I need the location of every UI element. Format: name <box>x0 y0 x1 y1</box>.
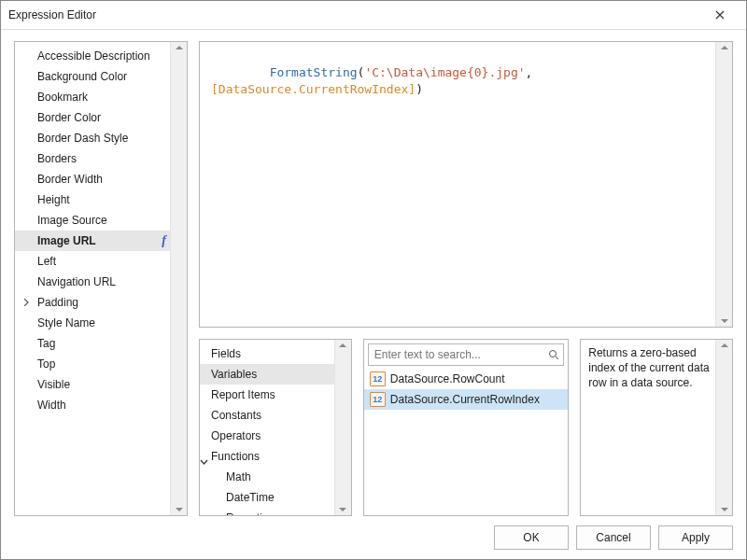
property-label: Background Color <box>37 70 127 83</box>
close-icon <box>715 10 725 20</box>
property-item[interactable]: Border Color <box>15 107 187 128</box>
property-label: Width <box>37 399 66 412</box>
category-item[interactable]: Operators <box>200 426 351 446</box>
property-label: Bookmark <box>37 91 88 104</box>
property-item[interactable]: Image Source <box>15 210 187 231</box>
property-item[interactable]: Visible <box>15 374 187 395</box>
scroll-up-icon <box>721 46 728 49</box>
property-label: Border Color <box>37 111 101 124</box>
property-label: Top <box>37 357 55 371</box>
scrollbar[interactable] <box>170 42 187 515</box>
expression-editor-textarea[interactable]: FormatString('C:\Data\image{0}.jpg', [Da… <box>199 41 733 328</box>
property-item[interactable]: Tag <box>15 333 187 354</box>
property-item[interactable]: Top <box>15 354 187 374</box>
description-panel: Returns a zero-based index of the curren… <box>580 339 733 516</box>
variable-item[interactable]: 12DataSource.RowCount <box>364 369 568 389</box>
search-box <box>368 343 564 366</box>
category-label: Report Items <box>211 388 275 401</box>
category-item[interactable]: DateTime <box>200 487 351 508</box>
property-item[interactable]: Width <box>15 395 187 415</box>
category-item[interactable]: Report Items <box>200 385 351 405</box>
variable-label: DataSource.RowCount <box>390 369 505 389</box>
category-item[interactable]: Functions <box>200 446 351 467</box>
property-label: Tag <box>37 337 55 350</box>
property-label: Padding <box>37 296 78 309</box>
category-label: Variables <box>211 368 257 381</box>
category-label: Functions <box>211 450 260 463</box>
property-label: Left <box>37 255 56 268</box>
property-item[interactable]: Background Color <box>15 66 187 87</box>
property-label: Border Width <box>37 173 103 186</box>
search-input[interactable] <box>369 345 544 364</box>
property-item[interactable]: Navigation URL <box>15 272 187 292</box>
scroll-down-icon <box>721 508 728 511</box>
scroll-down-icon <box>339 508 346 511</box>
category-label: Operators <box>211 429 261 442</box>
property-item[interactable]: Style Name <box>15 313 187 333</box>
category-label: Math <box>226 470 251 483</box>
items-list[interactable]: 12DataSource.RowCount12DataSource.Curren… <box>364 369 568 515</box>
scroll-down-icon <box>721 319 728 323</box>
category-label: Constants <box>211 409 261 422</box>
property-item[interactable]: Border Width <box>15 169 187 189</box>
property-item[interactable]: Bookmark <box>15 87 187 107</box>
expression-string-token: 'C:\Data\image{0}.jpg' <box>364 65 525 79</box>
categories-panel: FieldsVariablesReport ItemsConstantsOper… <box>199 339 352 516</box>
description-text: Returns a zero-based index of the curren… <box>581 340 732 396</box>
property-label: Navigation URL <box>37 275 116 288</box>
category-label: Fields <box>211 347 241 360</box>
category-label: Reporting <box>226 511 275 516</box>
scroll-down-icon <box>176 508 183 511</box>
category-item[interactable]: Constants <box>200 405 351 426</box>
category-item[interactable]: Fields <box>200 343 351 364</box>
expression-field-token: [DataSource.CurrentRowIndex] <box>211 82 416 96</box>
scroll-up-icon <box>339 343 346 347</box>
properties-panel: Accessible DescriptionBackground ColorBo… <box>14 41 188 516</box>
property-label: Height <box>37 193 70 206</box>
variable-item[interactable]: 12DataSource.CurrentRowIndex <box>364 389 568 410</box>
ok-button[interactable]: OK <box>494 525 569 550</box>
category-label: DateTime <box>226 491 275 504</box>
titlebar: Expression Editor <box>1 1 746 30</box>
property-label: Visible <box>37 378 70 391</box>
scrollbar[interactable] <box>334 340 351 515</box>
property-label: Borders <box>37 152 77 165</box>
property-item[interactable]: Accessible Description <box>15 46 187 66</box>
property-label: Style Name <box>37 316 95 329</box>
svg-point-0 <box>550 351 557 357</box>
close-button[interactable] <box>701 1 739 29</box>
apply-button[interactable]: Apply <box>658 525 733 550</box>
chevron-down-icon <box>200 453 209 462</box>
button-bar: OK Cancel Apply <box>1 516 746 559</box>
search-icon[interactable] <box>544 349 563 360</box>
property-item[interactable]: Left <box>15 251 187 272</box>
items-panel: 12DataSource.RowCount12DataSource.Curren… <box>363 339 569 516</box>
svg-line-1 <box>556 357 558 359</box>
scroll-up-icon <box>721 343 728 347</box>
chevron-right-icon <box>21 297 32 308</box>
expression-editor-dialog: Expression Editor Accessible Description… <box>0 0 747 560</box>
property-item[interactable]: Image URLf <box>15 231 187 251</box>
window-title: Expression Editor <box>8 8 701 21</box>
categories-list[interactable]: FieldsVariablesReport ItemsConstantsOper… <box>200 340 351 516</box>
category-item[interactable]: Reporting <box>200 508 351 516</box>
number-type-icon: 12 <box>370 371 386 386</box>
property-label: Accessible Description <box>37 49 150 63</box>
property-item[interactable]: Height <box>15 189 187 210</box>
number-type-icon: 12 <box>370 392 386 407</box>
cancel-button[interactable]: Cancel <box>576 525 651 550</box>
expression-function-token: FormatString <box>270 65 358 79</box>
category-item[interactable]: Variables <box>200 364 351 385</box>
variable-label: DataSource.CurrentRowIndex <box>390 389 540 410</box>
property-item[interactable]: Border Dash Style <box>15 128 187 148</box>
properties-list[interactable]: Accessible DescriptionBackground ColorBo… <box>15 42 187 515</box>
property-label: Image Source <box>37 214 107 227</box>
scrollbar[interactable] <box>715 42 732 327</box>
property-item[interactable]: Padding <box>15 292 187 313</box>
category-item[interactable]: Math <box>200 467 351 487</box>
property-item[interactable]: Borders <box>15 148 187 169</box>
scroll-up-icon <box>176 46 183 49</box>
property-label: Image URL <box>37 234 96 247</box>
scrollbar[interactable] <box>715 340 732 515</box>
property-label: Border Dash Style <box>37 132 128 145</box>
